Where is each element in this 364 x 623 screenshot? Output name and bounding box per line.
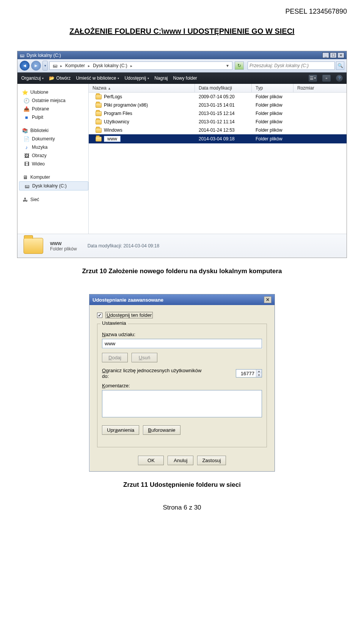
search-icon[interactable]: 🔍 xyxy=(336,61,344,70)
include-library-menu[interactable]: Umieść w bibliotece▾ xyxy=(76,76,119,81)
videos-icon: 🎞 xyxy=(24,161,30,167)
spinner-down[interactable]: ▼ xyxy=(256,373,262,377)
add-button[interactable]: Dodaj xyxy=(102,353,128,362)
section-title: ZAŁOŻENIE FOLDERU C:\www I UDOSTĘPNIENIE… xyxy=(17,27,347,36)
details-type: Folder plików xyxy=(50,246,77,252)
limit-users-label: Ogranicz liczbę jednoczesnych użytkownik… xyxy=(102,368,232,379)
folder-icon xyxy=(96,137,102,142)
sidebar-item[interactable]: 📥Pobrane xyxy=(19,105,88,113)
close-button[interactable]: ✕ xyxy=(264,296,271,303)
star-icon: ⭐ xyxy=(22,89,28,95)
drive-icon: 🖴 xyxy=(51,63,59,68)
command-toolbar: Organizuj▾ 📂Otwórz Umieść w bibliotece▾ … xyxy=(17,72,347,84)
spinner-up[interactable]: ▲ xyxy=(256,370,262,373)
share-name-input[interactable] xyxy=(102,339,262,348)
new-folder-button[interactable]: Nowy folder xyxy=(173,76,197,81)
computer-icon: 🖥 xyxy=(22,174,28,180)
breadcrumb-seg[interactable]: Komputer xyxy=(64,63,86,68)
caching-button[interactable]: Buforowanie xyxy=(143,425,180,435)
file-list: Nazwa ▲ Data modyfikacji Typ Rozmiar Per… xyxy=(89,84,347,234)
table-row[interactable]: Użytkownicy 2013-01-12 11:14 Folder plik… xyxy=(89,118,347,126)
settings-group: Ustawienia Nazwa udziału: Dodaj Usuń Ogr… xyxy=(97,324,267,447)
folder-icon xyxy=(96,120,102,124)
computer-header[interactable]: 🖥Komputer xyxy=(19,172,88,181)
sidebar-item[interactable]: 🖼Obrazy xyxy=(19,151,88,160)
help-button[interactable]: ? xyxy=(336,75,343,82)
table-row[interactable]: Program Files 2013-01-15 12:14 Folder pl… xyxy=(89,109,347,118)
dialog-title: Udostępnianie zaawansowane xyxy=(93,297,163,303)
drive-icon: 🖴 xyxy=(24,183,30,189)
address-bar[interactable]: 🖴 ▸ Komputer ▸ Dysk lokalny (C:) ▸ ▾ xyxy=(49,61,232,70)
sidebar-item-drive[interactable]: 🖴Dysk lokalny (C:) xyxy=(19,181,88,190)
sidebar-item[interactable]: 🕘Ostatnie miejsca xyxy=(19,96,88,105)
folder-icon xyxy=(24,238,43,254)
folder-icon xyxy=(96,103,102,108)
rename-input[interactable]: www xyxy=(104,136,121,142)
permissions-button[interactable]: Uprawnienia xyxy=(102,425,139,435)
details-meta-label: Data modyfikacji: xyxy=(88,243,122,249)
folder-icon xyxy=(96,111,102,116)
figure-caption: Zrzut 11 Udostępnienie folderu w sieci xyxy=(17,481,347,489)
table-row[interactable]: PerfLogs 2009-07-14 05:20 Folder plików xyxy=(89,93,347,101)
minimize-button[interactable]: _ xyxy=(322,52,329,58)
breadcrumb-seg[interactable]: Dysk lokalny (C:) xyxy=(91,63,129,68)
desktop-icon: ■ xyxy=(24,114,30,120)
maximize-button[interactable]: ☐ xyxy=(330,52,337,58)
drive-icon: 🖴 xyxy=(20,53,24,58)
address-dropdown[interactable]: ▾ xyxy=(224,63,231,68)
ok-button[interactable]: OK xyxy=(138,456,164,465)
dialog-titlebar: Udostępnianie zaawansowane ✕ xyxy=(89,294,275,305)
music-icon: ♪ xyxy=(24,144,30,150)
cancel-button[interactable]: Anuluj xyxy=(168,456,193,465)
folder-icon xyxy=(96,94,102,99)
explorer-titlebar: 🖴 Dysk lokalny (C:) _ ☐ ✕ xyxy=(17,51,347,59)
table-row[interactable]: Windows 2014-01-24 12:53 Folder plików xyxy=(89,126,347,134)
back-button[interactable]: ◄ xyxy=(20,61,30,71)
forward-button[interactable]: ► xyxy=(31,61,41,71)
nav-history-drop[interactable]: ▾ xyxy=(42,61,48,71)
pictures-icon: 🖼 xyxy=(24,153,30,159)
search-placeholder: Przeszukaj: Dysk lokalny (C:) xyxy=(249,63,309,68)
limit-users-input[interactable] xyxy=(236,370,256,377)
close-button[interactable]: ✕ xyxy=(337,52,344,58)
apply-button[interactable]: Zastosuj xyxy=(197,456,226,465)
remove-button[interactable]: Usuń xyxy=(132,353,157,362)
share-menu[interactable]: Udostępnij▾ xyxy=(124,76,149,81)
sidebar-item[interactable]: 📄Dokumenty xyxy=(19,135,88,143)
downloads-icon: 📥 xyxy=(24,106,30,112)
share-folder-checkbox[interactable]: ✓ xyxy=(97,313,102,318)
view-menu[interactable]: ☰▾ xyxy=(309,75,317,82)
chevron-icon: ▸ xyxy=(129,64,134,68)
chevron-icon: ▸ xyxy=(59,64,64,68)
search-input[interactable]: Przeszukaj: Dysk lokalny (C:) xyxy=(248,61,335,70)
recent-icon: 🕘 xyxy=(24,98,30,104)
network-icon: 🖧 xyxy=(22,197,28,203)
share-name-label: Nazwa udziału: xyxy=(102,332,262,337)
sidebar: ⭐Ulubione 🕘Ostatnie miejsca 📥Pobrane ■Pu… xyxy=(17,84,89,234)
table-row[interactable]: Pliki programów (x86) 2013-01-15 14:01 F… xyxy=(89,101,347,109)
table-row-selected[interactable]: www 2014-03-04 09:18 Folder plików xyxy=(89,134,347,143)
network-header[interactable]: 🖧Sieć xyxy=(19,194,88,204)
sidebar-item[interactable]: ♪Muzyka xyxy=(19,143,88,151)
refresh-button[interactable]: ↻ xyxy=(235,61,244,70)
favorites-header[interactable]: ⭐Ulubione xyxy=(19,87,88,96)
comments-textarea[interactable] xyxy=(102,390,262,417)
sidebar-item[interactable]: 🎞Wideo xyxy=(19,160,88,168)
pesel-header: PESEL 1234567890 xyxy=(17,8,347,16)
organize-menu[interactable]: Organizuj▾ xyxy=(21,76,44,81)
share-folder-label: Udostępnij ten folder xyxy=(105,312,153,318)
burn-button[interactable]: Nagraj xyxy=(154,76,168,81)
sort-asc-icon: ▲ xyxy=(108,87,111,90)
sidebar-item[interactable]: ■Pulpit xyxy=(19,113,88,121)
column-headers[interactable]: Nazwa ▲ Data modyfikacji Typ Rozmiar xyxy=(89,84,347,93)
details-name: www xyxy=(50,240,77,246)
documents-icon: 📄 xyxy=(24,136,30,142)
library-icon: 📚 xyxy=(22,127,28,134)
open-button[interactable]: 📂Otwórz xyxy=(49,76,71,81)
limit-users-spinner[interactable]: ▲ ▼ xyxy=(236,369,262,378)
preview-pane-button[interactable]: ▫ xyxy=(322,75,331,82)
details-meta-value: 2014-03-04 09:18 xyxy=(123,243,159,249)
chevron-icon: ▸ xyxy=(86,64,91,68)
libraries-header[interactable]: 📚Biblioteki xyxy=(19,125,88,135)
advanced-sharing-dialog: Udostępnianie zaawansowane ✕ ✓ Udostępni… xyxy=(89,294,275,472)
